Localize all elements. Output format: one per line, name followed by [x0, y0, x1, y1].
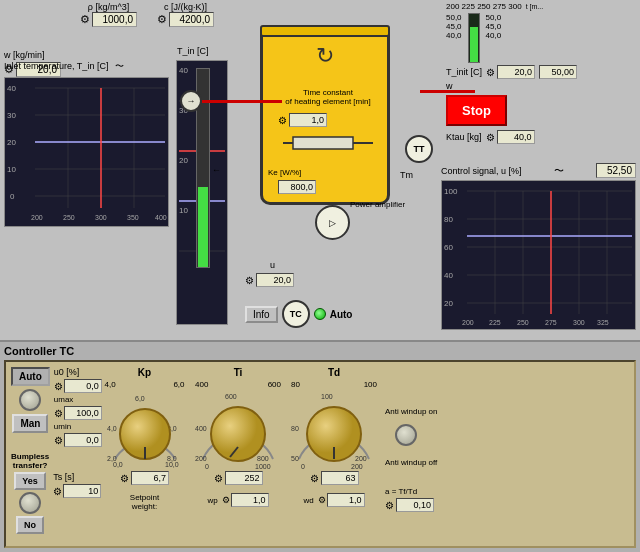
svg-text:250: 250: [63, 214, 75, 221]
u0-icon: ⚙: [54, 381, 63, 392]
heat-cap-value: 4200,0: [169, 12, 214, 27]
svg-text:400: 400: [155, 214, 167, 221]
svg-point-69: [211, 407, 265, 461]
tc-circle: TC: [282, 300, 310, 328]
svg-text:0: 0: [301, 463, 305, 469]
umin-label: umin: [54, 422, 102, 431]
umin-icon: ⚙: [54, 435, 63, 446]
ktau-value: 40,0: [497, 130, 535, 144]
y-50: 50,0: [446, 13, 462, 22]
control-chart: 100 80 60 40 20 200 225 250 275 300 325: [441, 180, 636, 330]
umax-value: 100,0: [64, 406, 102, 420]
u0-value: 0,0: [64, 379, 102, 393]
svg-text:100: 100: [321, 393, 333, 400]
flow-label-top: w [kg/min]: [4, 50, 61, 60]
svg-text:40: 40: [179, 66, 188, 75]
kp-scale-6: 6,0: [173, 380, 184, 389]
inlet-chart: 40 30 20 10 0 200 250 300 350 400: [4, 77, 169, 227]
ts-label: Ts [s]: [53, 472, 101, 482]
svg-text:50: 50: [291, 455, 299, 462]
stop-button[interactable]: Stop: [446, 95, 507, 126]
temp-scale: 200 225 250 275 300: [446, 2, 522, 11]
kp-icon: ⚙: [120, 473, 129, 484]
td-scale-80: 80: [291, 380, 300, 389]
setpoint-weight-label: Setpoint: [130, 493, 159, 502]
t-unit: t [m...: [526, 3, 544, 10]
ke-value: 800,0: [278, 180, 316, 194]
density-value: 1000,0: [92, 12, 137, 27]
auto-toggle[interactable]: [19, 389, 41, 411]
tin-chart-label: T_in [C]: [177, 46, 209, 56]
t-init-icon: ⚙: [486, 67, 495, 78]
svg-text:325: 325: [597, 319, 609, 326]
svg-text:0: 0: [205, 463, 209, 469]
t-init-set-value: 50,00: [539, 65, 577, 79]
heat-cap-label: c [J/(kg·K)]: [164, 2, 207, 12]
y-45: 45,0: [446, 22, 462, 31]
no-button[interactable]: No: [16, 516, 44, 534]
svg-text:10: 10: [7, 165, 16, 174]
ktau-label: Ktau [kg]: [446, 132, 482, 142]
inlet-temp-label: Inlet temperature, T_in [C]: [4, 61, 108, 71]
setpoint-weight-label2: weight:: [130, 502, 159, 511]
svg-text:300: 300: [573, 319, 585, 326]
svg-rect-31: [293, 137, 353, 149]
svg-text:0,0: 0,0: [113, 461, 123, 468]
tm-label: Tm: [400, 170, 413, 180]
svg-text:40: 40: [7, 84, 16, 93]
ti-title: Ti: [234, 367, 243, 378]
svg-text:4,0: 4,0: [107, 425, 117, 432]
inlet-wave-icon: 〜: [115, 61, 124, 71]
svg-text:80: 80: [291, 425, 299, 432]
ke-label: Ke [W/%]: [268, 168, 301, 177]
anti-windup-off-label: Anti windup off: [385, 458, 475, 467]
ti-scale-600: 600: [268, 380, 281, 389]
svg-text:1000: 1000: [255, 463, 271, 469]
td-icon: ⚙: [310, 473, 319, 484]
umax-label: umax: [54, 395, 102, 404]
svg-text:10,0: 10,0: [165, 461, 179, 468]
td-scale-100: 100: [364, 380, 377, 389]
svg-text:800: 800: [257, 455, 269, 462]
td-value: 63: [321, 471, 359, 485]
svg-text:400: 400: [195, 425, 207, 432]
svg-text:200: 200: [351, 463, 363, 469]
kp-value: 6,7: [131, 471, 169, 485]
svg-text:200: 200: [195, 455, 207, 462]
flow-circle-left: →: [180, 90, 202, 112]
bumpless-toggle[interactable]: [19, 492, 41, 514]
svg-text:30: 30: [7, 111, 16, 120]
svg-text:300: 300: [95, 214, 107, 221]
heat-cap-icon: ⚙: [157, 13, 167, 26]
ts-icon: ⚙: [53, 486, 62, 497]
time-const-value: 1,0: [289, 113, 327, 127]
control-wave-icon: 〜: [554, 164, 564, 178]
svg-text:60: 60: [444, 243, 453, 252]
svg-text:600: 600: [225, 393, 237, 400]
svg-text:6,0: 6,0: [135, 395, 145, 402]
y-40b: 40,0: [486, 31, 502, 40]
flow-pipe-left: [202, 100, 282, 103]
ti-icon: ⚙: [214, 473, 223, 484]
yes-button[interactable]: Yes: [14, 472, 46, 490]
man-mode-button[interactable]: Man: [12, 414, 48, 433]
density-icon: ⚙: [80, 13, 90, 26]
svg-text:200: 200: [462, 319, 474, 326]
y-50b: 50,0: [486, 13, 502, 22]
y-40: 40,0: [446, 31, 462, 40]
wp-icon: ⚙: [222, 495, 230, 505]
svg-text:20: 20: [7, 138, 16, 147]
auto-mode-button[interactable]: Auto: [11, 367, 50, 386]
u-icon: ⚙: [245, 275, 254, 286]
wd-icon: ⚙: [318, 495, 326, 505]
y-45b: 45,0: [486, 22, 502, 31]
info-button[interactable]: Info: [245, 306, 278, 323]
ktau-icon: ⚙: [486, 132, 495, 143]
svg-text:20: 20: [444, 299, 453, 308]
svg-text:350: 350: [127, 214, 139, 221]
anti-windup-toggle[interactable]: [395, 424, 417, 446]
svg-text:225: 225: [489, 319, 501, 326]
svg-text:20: 20: [179, 156, 188, 165]
umin-value: 0,0: [64, 433, 102, 447]
td-title: Td: [328, 367, 340, 378]
